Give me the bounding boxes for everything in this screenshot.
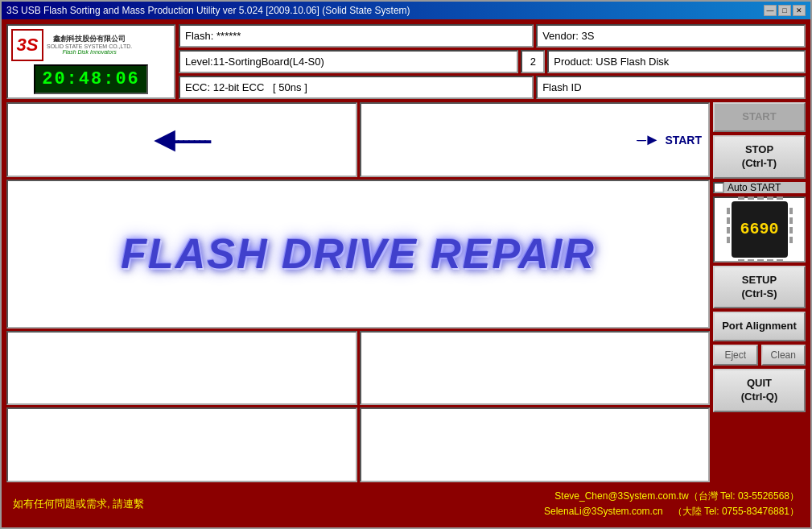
grid-cell-3-left	[6, 331, 357, 406]
quit-button[interactable]: QUIT (Ctrl-Q)	[713, 369, 806, 412]
flash-value: ******	[216, 30, 241, 42]
flash-drive-cell: FLASH DRIVE REPAIR	[6, 180, 710, 329]
maximize-button[interactable]: □	[778, 5, 791, 16]
grid-area: ◀‑‑‑‑‑‑‑ ‑‑‑‑‑‑ ► START FLASH DRIVE REPA…	[6, 102, 710, 482]
logo-text-area: 鑫創科技股份有限公司 SOLID STATE SYSTEM CO.,LTD. F…	[47, 35, 132, 55]
pin	[789, 208, 793, 214]
level-num-value: 2	[530, 56, 536, 68]
auto-start-checkbox[interactable]	[713, 182, 724, 193]
grid-row-1: ◀‑‑‑‑‑‑‑ ‑‑‑‑‑‑ ► START	[6, 102, 710, 177]
minimize-button[interactable]: —	[764, 5, 777, 16]
logo-3s-text: 3S	[17, 35, 39, 56]
product-field: Product: USB Flash Disk	[547, 50, 806, 73]
grid-cell-arrow-left: ◀‑‑‑‑‑‑‑	[6, 102, 357, 177]
quit-line2: (Ctrl-Q)	[718, 391, 801, 404]
footer: 如有任何問題或需求, 請連繫 Steve_Chen@3System.com.tw…	[6, 486, 806, 523]
pin	[738, 259, 744, 262]
chip-pins-top	[738, 196, 783, 200]
arrow-left-icon: ◀‑‑‑‑‑‑‑	[155, 124, 209, 155]
title-bar: 3S USB Flash Sorting and Mass Production…	[2, 2, 810, 19]
chip-pins-bottom	[738, 259, 783, 262]
eject-button[interactable]: Eject	[713, 345, 758, 366]
info-panel: Flash: ****** Vendor: 3S Level: 11-Sorti…	[179, 24, 806, 99]
window-title: 3S USB Flash Sorting and Mass Production…	[6, 5, 410, 16]
ecc-value: 12-bit ECC	[213, 81, 265, 93]
pin	[727, 217, 730, 224]
pin	[767, 196, 773, 200]
pin	[789, 237, 793, 243]
chip-icon: 6690	[732, 201, 788, 258]
grid-row-2: FLASH DRIVE REPAIR	[6, 180, 710, 329]
vendor-label: Vendor:	[542, 30, 579, 42]
port-alignment-button[interactable]: Port Alignment	[713, 312, 806, 341]
pin	[777, 259, 783, 262]
company-name: 鑫創科技股份有限公司	[47, 35, 132, 43]
logo-icon: 3S	[11, 29, 43, 61]
close-button[interactable]: ✕	[793, 5, 806, 16]
clean-button[interactable]: Clean	[761, 345, 806, 366]
setup-line1: SETUP	[718, 274, 801, 287]
pin	[748, 196, 754, 200]
footer-contact1: Steve_Chen@3System.com.tw（台灣 Tel: 03-552…	[544, 489, 799, 504]
level-label: Level:	[185, 56, 213, 68]
product-value: USB Flash Disk	[596, 56, 669, 68]
chip-pins-right	[789, 208, 793, 243]
start-arrow-label: START	[665, 133, 702, 146]
flash-field: Flash: ******	[179, 24, 534, 48]
grid-row-4	[6, 407, 710, 482]
title-bar-buttons: — □ ✕	[764, 5, 806, 16]
footer-contact2: SelenaLi@3System.com.cn （大陸 Tel: 0755-83…	[544, 504, 799, 519]
grid-cell-4-left	[6, 407, 357, 482]
pin	[727, 227, 730, 234]
info-row-2: Level: 11-SortingBoard(L4-S0) 2 Product:…	[179, 50, 806, 73]
level-field: Level: 11-SortingBoard(L4-S0)	[179, 50, 518, 73]
flashid-label: Flash ID	[542, 81, 581, 93]
level-num-field: 2	[521, 50, 545, 73]
flashid-field: Flash ID	[536, 76, 806, 99]
flash-drive-text: FLASH DRIVE REPAIR	[121, 229, 596, 278]
stop-line2: (Ctrl-T)	[718, 157, 801, 171]
product-label: Product:	[554, 56, 592, 68]
chip-area: 6690	[713, 196, 806, 262]
timer-display: 20:48:06	[34, 64, 148, 94]
pin	[738, 196, 744, 200]
info-row-3: ECC: 12-bit ECC [ 50ns ] Flash ID	[179, 76, 806, 99]
pin	[727, 208, 730, 214]
grid-cell-3-right	[360, 331, 711, 406]
quit-line1: QUIT	[718, 377, 801, 391]
start-button[interactable]: START	[713, 102, 806, 132]
company-tagline: Flash Disk Innovators	[47, 49, 132, 55]
pin	[757, 196, 764, 200]
footer-chinese-text: 如有任何問題或需求, 請連繫	[13, 497, 144, 511]
setup-button[interactable]: SETUP (Ctrl-S)	[713, 266, 806, 309]
pin	[748, 259, 754, 262]
pin	[789, 227, 793, 234]
ecc-label: ECC:	[185, 81, 210, 93]
middle-section: ◀‑‑‑‑‑‑‑ ‑‑‑‑‑‑ ► START FLASH DRIVE REPA…	[6, 102, 806, 482]
grid-cell-top-right: ‑‑‑‑‑‑ ► START	[360, 102, 711, 177]
pin	[767, 259, 773, 262]
logo-area: 3S 鑫創科技股份有限公司 SOLID STATE SYSTEM CO.,LTD…	[6, 24, 175, 99]
top-section: 3S 鑫創科技股份有限公司 SOLID STATE SYSTEM CO.,LTD…	[6, 24, 806, 99]
chip-pins-left	[727, 208, 730, 243]
pin	[777, 196, 783, 200]
level-value: 11-SortingBoard(L4-S0)	[213, 56, 324, 68]
stop-button[interactable]: STOP (Ctrl-T)	[713, 135, 806, 179]
chip-number: 6690	[740, 220, 778, 238]
grid-cell-4-right	[360, 407, 711, 482]
auto-start-row: Auto START	[713, 182, 806, 193]
pin	[757, 259, 764, 262]
auto-start-label: Auto START	[728, 182, 781, 193]
setup-line2: (Ctrl-S)	[718, 287, 801, 301]
vendor-field: Vendor: 3S	[536, 24, 806, 48]
stop-line1: STOP	[718, 143, 801, 157]
pin	[789, 217, 793, 224]
main-content: 3S 鑫創科技股份有限公司 SOLID STATE SYSTEM CO.,LTD…	[2, 19, 810, 527]
company-name-en: SOLID STATE SYSTEM CO.,LTD.	[47, 43, 132, 49]
info-row-1: Flash: ****** Vendor: 3S	[179, 24, 806, 48]
main-window: 3S USB Flash Sorting and Mass Production…	[0, 0, 812, 529]
footer-contacts: Steve_Chen@3System.com.tw（台灣 Tel: 03-552…	[544, 489, 799, 519]
pin	[727, 237, 730, 243]
eject-clean-row: Eject Clean	[713, 345, 806, 366]
vendor-value: 3S	[582, 30, 595, 42]
